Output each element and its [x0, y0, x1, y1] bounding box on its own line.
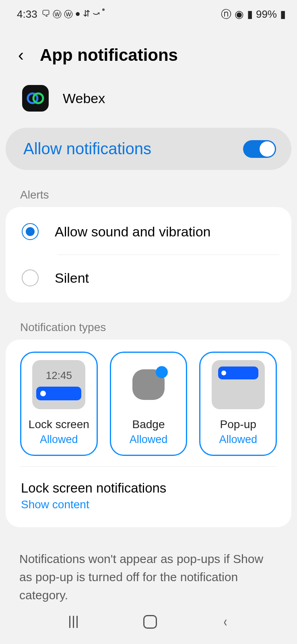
tile-lock-status: Allowed	[40, 433, 78, 446]
signal-icon: ▮	[247, 8, 253, 21]
nav-home-button[interactable]	[143, 615, 157, 629]
allow-notifications-toggle[interactable]	[243, 140, 276, 158]
allow-notifications-label: Allow notifications	[23, 140, 151, 158]
header: ‹ App notifications	[0, 25, 297, 81]
page-title: App notifications	[40, 46, 178, 65]
types-heading: Notification types	[0, 302, 297, 340]
alert-silent-row[interactable]: Silent	[6, 255, 291, 301]
tile-popup[interactable]: Pop-up Allowed	[199, 352, 277, 456]
alert-sound-label: Allow sound and vibration	[55, 224, 210, 240]
lock-screen-preview-icon: 12:45	[32, 360, 85, 409]
divider	[20, 466, 277, 467]
more-icon	[102, 8, 105, 11]
types-card: 12:45 Lock screen Allowed Badge Allowed …	[6, 340, 291, 527]
badge-preview-icon	[122, 360, 175, 409]
status-left-icons: 🗨 ⓦ ⓦ ● ⇵ ⤻	[41, 8, 105, 21]
alert-sound-row[interactable]: Allow sound and vibration	[6, 209, 291, 255]
alerts-card: Allow sound and vibration Silent	[6, 207, 291, 302]
webex-icon: ⓦ	[53, 8, 62, 21]
tile-popup-title: Pop-up	[220, 418, 256, 431]
app-row[interactable]: Webex	[0, 81, 297, 128]
tile-popup-status: Allowed	[219, 433, 257, 446]
lock-screen-preview-time: 12:45	[46, 369, 72, 382]
radio-sound[interactable]	[22, 223, 39, 240]
android-nav-bar: ‹	[0, 608, 297, 636]
status-bar: 4:33 🗨 ⓦ ⓦ ● ⇵ ⤻ ⓝ ◉ ▮ 99% ▮	[0, 0, 297, 25]
alerts-heading: Alerts	[0, 170, 297, 207]
nav-recent-button[interactable]	[69, 616, 78, 628]
lock-screen-notifications-title: Lock screen notifications	[21, 480, 276, 496]
lock-screen-notifications-value: Show content	[21, 498, 276, 511]
wifi-icon: ◉	[235, 8, 244, 21]
nav-back-button[interactable]: ‹	[224, 613, 227, 630]
tile-lock-title: Lock screen	[29, 418, 89, 431]
missed-call-icon: ⤻	[93, 8, 100, 21]
footer-note: Notifications won't appear as pop-ups if…	[0, 527, 297, 604]
battery-icon: ▮	[280, 8, 286, 21]
back-button[interactable]: ‹	[18, 46, 24, 65]
allow-notifications-row[interactable]: Allow notifications	[6, 128, 291, 170]
lock-screen-notifications-row[interactable]: Lock screen notifications Show content	[6, 470, 291, 526]
status-time: 4:33	[17, 8, 37, 21]
app-icon	[22, 85, 49, 112]
popup-preview-icon	[212, 360, 265, 409]
webex-icon-2: ⓦ	[64, 8, 73, 21]
account-icon: ●	[75, 8, 80, 21]
tile-badge-status: Allowed	[130, 433, 168, 446]
battery-text: 99%	[256, 8, 277, 21]
nfc-icon: ⓝ	[221, 7, 231, 21]
tile-badge-title: Badge	[132, 418, 165, 431]
radio-silent[interactable]	[22, 269, 39, 286]
alert-silent-label: Silent	[55, 270, 89, 286]
tile-badge[interactable]: Badge Allowed	[110, 352, 188, 456]
app-name: Webex	[63, 91, 105, 106]
sync-icon: ⇵	[83, 8, 90, 21]
chat-icon: 🗨	[41, 8, 50, 21]
tile-lock-screen[interactable]: 12:45 Lock screen Allowed	[20, 352, 98, 456]
